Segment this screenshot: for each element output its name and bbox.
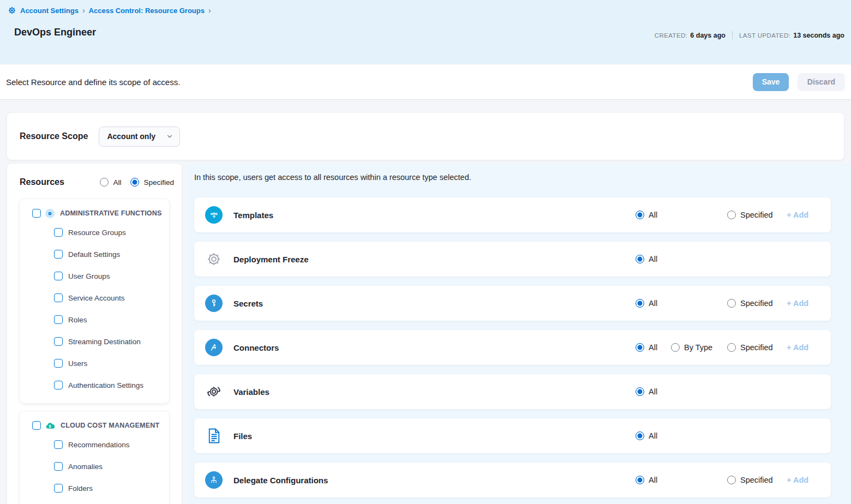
toolbar-description: Select Resource and define its scope of … [6,77,180,87]
last-updated-label: LAST UPDATED: [739,32,790,39]
item-checkbox[interactable] [54,250,63,259]
page-title: DevOps Engineer [14,27,96,38]
item-checkbox[interactable] [54,359,63,368]
cloud-cost-icon: $ [45,422,55,430]
resource-row-secrets: Secrets All Specified + Add [194,286,831,321]
meta-divider [732,31,733,39]
list-item: Anomalies [20,455,169,477]
variables-icon [205,383,223,400]
resource-scope-select[interactable]: Account only [99,127,180,147]
add-button[interactable]: + Add [787,299,808,308]
resource-types-panel: In this scope, users get access to all r… [186,164,851,504]
resource-row-templates: Templates All Specified + Add [194,197,831,232]
delegate-configurations-icon [205,471,223,489]
resource-row-variables: Variables All [194,374,831,409]
group-cloud-cost-management: $ CLOUD COST MANAGEMENT Recommendations … [20,411,169,504]
item-checkbox[interactable] [54,462,63,471]
item-checkbox[interactable] [54,228,63,237]
list-item: Folders [20,477,169,499]
list-item: Streaming Destination [20,331,169,352]
discard-button[interactable]: Discard [798,73,845,91]
group-checkbox[interactable] [32,421,41,430]
breadcrumb-separator: › [208,6,211,15]
option-specified[interactable]: Specified [727,299,773,308]
radio-icon[interactable] [130,178,139,187]
resource-row-deployment-freeze: Deployment Freeze All [194,242,831,277]
group-checkbox[interactable] [32,209,41,218]
list-item: Default Settings [20,243,169,265]
toolbar: Select Resource and define its scope of … [0,64,851,100]
option-specified[interactable]: Specified [727,343,773,352]
last-updated-value: 13 seconds ago [793,32,844,39]
option-all[interactable]: All [636,431,657,440]
option-by-type[interactable]: By Type [671,343,712,352]
page-header: Account Settings › Access Control: Resou… [0,0,851,64]
resource-scope-card: Resource Scope Account only [7,113,844,160]
resource-row-connectors: Connectors All By Type Specified + Add [194,330,831,365]
save-button[interactable]: Save [753,73,789,91]
item-checkbox[interactable] [54,293,63,302]
breadcrumb-access-control[interactable]: Access Control: Resource Groups [89,7,205,15]
option-all[interactable]: All [636,343,657,352]
option-all[interactable]: All [636,299,657,308]
breadcrumb-separator: › [82,6,85,15]
group-administrative-functions: ADMINISTRATIVE FUNCTIONS Resource Groups… [20,199,169,403]
item-checkbox[interactable] [54,381,63,389]
resources-sidebar: Resources All Specified ADMINISTRATIVE F… [7,164,182,504]
list-item: Resource Groups [20,221,169,243]
option-specified[interactable]: Specified [727,211,773,219]
gear-icon [8,6,16,15]
list-item: Users [20,352,169,374]
option-all[interactable]: All [636,255,657,263]
resources-filter-all[interactable]: All [100,178,121,187]
header-meta: CREATED: 6 days ago LAST UPDATED: 13 sec… [655,31,844,39]
option-all[interactable]: All [636,211,657,219]
resources-filter-specified[interactable]: Specified [130,178,174,187]
list-item: Roles [20,309,169,331]
breadcrumb: Account Settings › Access Control: Resou… [8,6,211,15]
resource-scope-label: Resource Scope [20,131,88,141]
deployment-freeze-icon [205,250,223,268]
resources-title: Resources [20,177,64,187]
files-icon [205,427,223,445]
list-item: Service Accounts [20,287,169,309]
scope-description: In this scope, users get access to all r… [194,173,851,182]
add-button[interactable]: + Add [787,476,808,484]
resource-scope-value: Account only [107,132,155,141]
add-button[interactable]: + Add [787,211,808,219]
list-item: Recommendations [20,434,169,455]
templates-icon [205,206,223,224]
resource-row-delegate-configurations: Delegate Configurations All Specified + … [194,463,831,497]
item-checkbox[interactable] [54,484,63,493]
item-checkbox[interactable] [54,272,63,280]
breadcrumb-account-settings[interactable]: Account Settings [20,7,79,15]
option-all[interactable]: All [636,387,657,396]
created-label: CREATED: [655,32,688,39]
option-specified[interactable]: Specified [727,476,773,484]
radio-icon[interactable] [100,178,109,187]
admin-functions-icon [45,209,55,218]
resource-row-files: Files All [194,418,831,453]
add-button[interactable]: + Add [787,343,808,352]
option-all[interactable]: All [636,476,657,484]
list-item: User Groups [20,265,169,287]
secrets-icon [205,295,223,312]
created-value: 6 days ago [690,32,726,39]
item-checkbox[interactable] [54,315,63,324]
connectors-icon [205,339,223,356]
chevron-down-icon [166,133,173,140]
item-checkbox[interactable] [54,440,63,449]
item-checkbox[interactable] [54,337,63,346]
list-item: Authentication Settings [20,374,169,396]
